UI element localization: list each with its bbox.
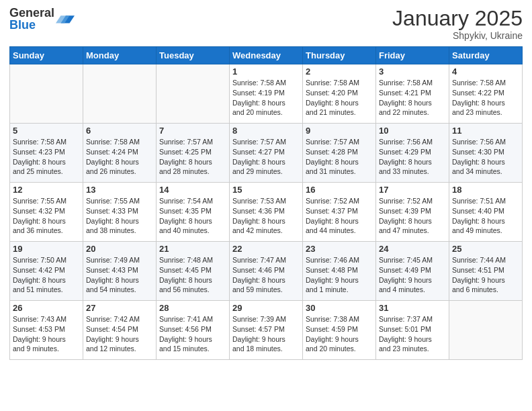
day-num-2-2: 14 bbox=[159, 185, 226, 195]
cell-1-3: 8Sunrise: 7:57 AMSunset: 4:27 PMDaylight… bbox=[230, 124, 303, 183]
header-friday: Friday bbox=[376, 47, 449, 64]
day-info-1-0: Sunrise: 7:58 AMSunset: 4:23 PMDaylight:… bbox=[13, 137, 80, 177]
week-row-2: 12Sunrise: 7:55 AMSunset: 4:32 PMDayligh… bbox=[10, 183, 523, 242]
cell-2-2: 14Sunrise: 7:54 AMSunset: 4:35 PMDayligh… bbox=[157, 183, 230, 242]
cell-1-1: 6Sunrise: 7:58 AMSunset: 4:24 PMDaylight… bbox=[83, 124, 157, 183]
cell-0-0 bbox=[10, 64, 83, 124]
day-num-2-4: 16 bbox=[306, 185, 373, 195]
cell-3-0: 19Sunrise: 7:50 AMSunset: 4:42 PMDayligh… bbox=[10, 242, 83, 301]
day-info-3-1: Sunrise: 7:49 AMSunset: 4:43 PMDaylight:… bbox=[86, 255, 153, 295]
day-num-2-6: 18 bbox=[452, 185, 519, 195]
day-num-4-4: 30 bbox=[306, 303, 373, 313]
day-num-4-1: 27 bbox=[86, 303, 153, 313]
header-monday: Monday bbox=[83, 47, 157, 64]
day-info-0-6: Sunrise: 7:58 AMSunset: 4:22 PMDaylight:… bbox=[452, 78, 519, 118]
day-info-3-6: Sunrise: 7:44 AMSunset: 4:51 PMDaylight:… bbox=[452, 255, 519, 295]
day-info-4-0: Sunrise: 7:43 AMSunset: 4:53 PMDaylight:… bbox=[13, 314, 80, 354]
day-info-2-4: Sunrise: 7:52 AMSunset: 4:37 PMDaylight:… bbox=[306, 196, 373, 236]
day-num-1-3: 8 bbox=[232, 126, 300, 136]
cell-0-3: 1Sunrise: 7:58 AMSunset: 4:19 PMDaylight… bbox=[230, 64, 303, 124]
day-info-2-5: Sunrise: 7:52 AMSunset: 4:39 PMDaylight:… bbox=[379, 196, 446, 236]
month-title: January 2025 bbox=[392, 7, 523, 30]
calendar-table: Sunday Monday Tuesday Wednesday Thursday… bbox=[9, 46, 523, 360]
cell-4-1: 27Sunrise: 7:42 AMSunset: 4:54 PMDayligh… bbox=[83, 301, 157, 360]
header: General Blue January 2025 Shpykiv, Ukrai… bbox=[9, 7, 523, 41]
cell-4-5: 31Sunrise: 7:37 AMSunset: 5:01 PMDayligh… bbox=[376, 301, 449, 360]
cell-3-4: 23Sunrise: 7:46 AMSunset: 4:48 PMDayligh… bbox=[303, 242, 376, 301]
week-row-1: 5Sunrise: 7:58 AMSunset: 4:23 PMDaylight… bbox=[10, 124, 523, 183]
day-info-2-6: Sunrise: 7:51 AMSunset: 4:40 PMDaylight:… bbox=[452, 196, 519, 236]
page-container: General Blue January 2025 Shpykiv, Ukrai… bbox=[0, 0, 532, 364]
day-info-2-0: Sunrise: 7:55 AMSunset: 4:32 PMDaylight:… bbox=[13, 196, 80, 236]
cell-1-5: 10Sunrise: 7:56 AMSunset: 4:29 PMDayligh… bbox=[376, 124, 449, 183]
day-info-0-5: Sunrise: 7:58 AMSunset: 4:21 PMDaylight:… bbox=[379, 78, 446, 118]
title-block: January 2025 Shpykiv, Ukraine bbox=[392, 7, 523, 41]
day-num-1-1: 6 bbox=[86, 126, 153, 136]
week-row-4: 26Sunrise: 7:43 AMSunset: 4:53 PMDayligh… bbox=[10, 301, 523, 360]
cell-4-4: 30Sunrise: 7:38 AMSunset: 4:59 PMDayligh… bbox=[303, 301, 376, 360]
header-wednesday: Wednesday bbox=[230, 47, 303, 64]
cell-3-6: 25Sunrise: 7:44 AMSunset: 4:51 PMDayligh… bbox=[449, 242, 523, 301]
day-num-1-5: 10 bbox=[379, 126, 446, 136]
logo-text: General Blue bbox=[9, 7, 54, 31]
day-num-3-5: 24 bbox=[379, 244, 446, 254]
day-num-4-2: 28 bbox=[159, 303, 226, 313]
day-info-3-4: Sunrise: 7:46 AMSunset: 4:48 PMDaylight:… bbox=[306, 255, 373, 295]
week-row-0: 1Sunrise: 7:58 AMSunset: 4:19 PMDaylight… bbox=[10, 64, 523, 124]
cell-4-6 bbox=[449, 301, 523, 360]
day-num-3-6: 25 bbox=[452, 244, 519, 254]
day-num-1-0: 5 bbox=[13, 126, 80, 136]
day-num-4-3: 29 bbox=[232, 303, 300, 313]
cell-2-4: 16Sunrise: 7:52 AMSunset: 4:37 PMDayligh… bbox=[303, 183, 376, 242]
day-info-1-2: Sunrise: 7:57 AMSunset: 4:25 PMDaylight:… bbox=[159, 137, 226, 177]
cell-2-3: 15Sunrise: 7:53 AMSunset: 4:36 PMDayligh… bbox=[230, 183, 303, 242]
logo-icon bbox=[56, 9, 75, 28]
day-num-0-3: 1 bbox=[232, 66, 300, 77]
header-sunday: Sunday bbox=[10, 47, 83, 64]
week-row-3: 19Sunrise: 7:50 AMSunset: 4:42 PMDayligh… bbox=[10, 242, 523, 301]
day-info-1-6: Sunrise: 7:56 AMSunset: 4:30 PMDaylight:… bbox=[452, 137, 519, 177]
cell-0-1 bbox=[83, 64, 157, 124]
day-num-4-5: 31 bbox=[379, 303, 446, 313]
day-num-3-2: 21 bbox=[159, 244, 226, 254]
day-info-1-3: Sunrise: 7:57 AMSunset: 4:27 PMDaylight:… bbox=[232, 137, 300, 177]
day-num-0-5: 3 bbox=[379, 66, 446, 77]
day-num-4-0: 26 bbox=[13, 303, 80, 313]
location: Shpykiv, Ukraine bbox=[392, 30, 523, 41]
day-num-2-3: 15 bbox=[232, 185, 300, 195]
cell-4-3: 29Sunrise: 7:39 AMSunset: 4:57 PMDayligh… bbox=[230, 301, 303, 360]
logo-general: General bbox=[9, 7, 54, 19]
day-info-3-0: Sunrise: 7:50 AMSunset: 4:42 PMDaylight:… bbox=[13, 255, 80, 295]
day-num-1-2: 7 bbox=[159, 126, 226, 136]
day-info-1-5: Sunrise: 7:56 AMSunset: 4:29 PMDaylight:… bbox=[379, 137, 446, 177]
cell-2-5: 17Sunrise: 7:52 AMSunset: 4:39 PMDayligh… bbox=[376, 183, 449, 242]
header-tuesday: Tuesday bbox=[157, 47, 230, 64]
cell-0-5: 3Sunrise: 7:58 AMSunset: 4:21 PMDaylight… bbox=[376, 64, 449, 124]
cell-3-5: 24Sunrise: 7:45 AMSunset: 4:49 PMDayligh… bbox=[376, 242, 449, 301]
day-info-4-1: Sunrise: 7:42 AMSunset: 4:54 PMDaylight:… bbox=[86, 314, 153, 354]
cell-4-2: 28Sunrise: 7:41 AMSunset: 4:56 PMDayligh… bbox=[157, 301, 230, 360]
cell-0-4: 2Sunrise: 7:58 AMSunset: 4:20 PMDaylight… bbox=[303, 64, 376, 124]
day-info-0-3: Sunrise: 7:58 AMSunset: 4:19 PMDaylight:… bbox=[232, 78, 300, 118]
day-num-3-0: 19 bbox=[13, 244, 80, 254]
day-info-1-4: Sunrise: 7:57 AMSunset: 4:28 PMDaylight:… bbox=[306, 137, 373, 177]
day-info-3-2: Sunrise: 7:48 AMSunset: 4:45 PMDaylight:… bbox=[159, 255, 226, 295]
logo-blue: Blue bbox=[9, 19, 54, 31]
day-info-4-2: Sunrise: 7:41 AMSunset: 4:56 PMDaylight:… bbox=[159, 314, 226, 354]
day-num-1-4: 9 bbox=[306, 126, 373, 136]
day-num-2-5: 17 bbox=[379, 185, 446, 195]
day-num-1-6: 11 bbox=[452, 126, 519, 136]
day-num-2-1: 13 bbox=[86, 185, 153, 195]
day-info-2-1: Sunrise: 7:55 AMSunset: 4:33 PMDaylight:… bbox=[86, 196, 153, 236]
header-thursday: Thursday bbox=[303, 47, 376, 64]
header-saturday: Saturday bbox=[449, 47, 523, 64]
cell-1-4: 9Sunrise: 7:57 AMSunset: 4:28 PMDaylight… bbox=[303, 124, 376, 183]
days-header-row: Sunday Monday Tuesday Wednesday Thursday… bbox=[10, 47, 523, 64]
cell-3-2: 21Sunrise: 7:48 AMSunset: 4:45 PMDayligh… bbox=[157, 242, 230, 301]
cell-4-0: 26Sunrise: 7:43 AMSunset: 4:53 PMDayligh… bbox=[10, 301, 83, 360]
cell-2-0: 12Sunrise: 7:55 AMSunset: 4:32 PMDayligh… bbox=[10, 183, 83, 242]
cell-1-0: 5Sunrise: 7:58 AMSunset: 4:23 PMDaylight… bbox=[10, 124, 83, 183]
day-info-3-3: Sunrise: 7:47 AMSunset: 4:46 PMDaylight:… bbox=[232, 255, 300, 295]
day-info-4-5: Sunrise: 7:37 AMSunset: 5:01 PMDaylight:… bbox=[379, 314, 446, 354]
day-num-0-4: 2 bbox=[306, 66, 373, 77]
